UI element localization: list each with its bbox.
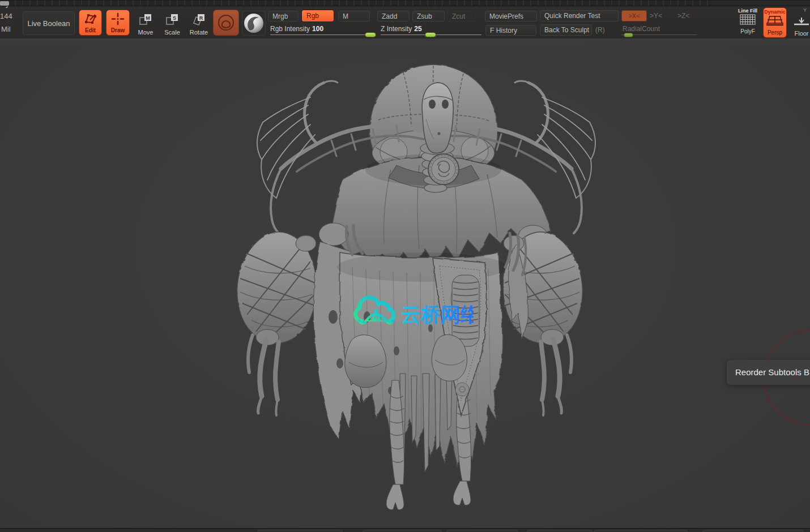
mrgb-button[interactable]: Mrgb — [268, 11, 299, 22]
edit-button[interactable]: Edit — [79, 10, 102, 36]
scale-icon: S — [165, 14, 179, 28]
move-label: Move — [138, 29, 154, 36]
zsub-button[interactable]: Zsub — [412, 11, 445, 22]
back-to-sculpt-button[interactable]: Back To Sculpt — [540, 24, 592, 36]
persp-label: Persp — [768, 29, 782, 36]
symmetry-y-button[interactable]: >Y< — [650, 12, 662, 20]
svg-text:M: M — [146, 15, 150, 21]
rgb-intensity-slider[interactable] — [270, 35, 374, 35]
rotate-button[interactable]: R Rotate — [186, 14, 212, 36]
brush-icon — [214, 10, 238, 35]
tray-divider-handle[interactable] — [0, 1, 9, 6]
radial-count-label: RadialCount — [623, 25, 660, 33]
bottom-shelf — [0, 528, 810, 532]
watermark: 云桥网络 — [349, 294, 474, 332]
shelf-button-partial[interactable] — [258, 530, 343, 532]
draw-crosshair-icon — [110, 12, 125, 27]
floor-icon — [793, 16, 810, 30]
poly-counter-unit: Mil — [1, 25, 11, 33]
poly-counter-value: 144 — [0, 12, 12, 20]
move-icon: M — [139, 14, 152, 28]
zcut-button[interactable]: Zcut — [447, 11, 476, 22]
rgb-intensity-handle[interactable] — [365, 32, 376, 37]
rgb-intensity-label: Rgb Intensity100 — [270, 25, 323, 33]
live-boolean-button[interactable]: Live Boolean — [23, 11, 75, 35]
move-button[interactable]: M Move — [133, 14, 159, 36]
radial-count-handle[interactable] — [624, 33, 633, 37]
floor-label: Floor — [794, 30, 808, 37]
quick-render-test-button[interactable]: Quick Render Test — [540, 10, 619, 22]
z-intensity-handle[interactable] — [425, 32, 436, 37]
zadd-button[interactable]: Zadd — [377, 11, 410, 22]
draw-label: Draw — [111, 27, 125, 33]
rotate-label: Rotate — [190, 29, 208, 36]
movieprefs-button[interactable]: MoviePrefs — [485, 11, 537, 22]
line-fill-label: Line Fill — [738, 8, 757, 14]
z-intensity-label: Z Intensity25 — [381, 25, 422, 33]
shelf-button-partial[interactable] — [363, 530, 442, 532]
current-material-thumbnail[interactable] — [242, 11, 266, 36]
floor-button[interactable]: Y Floor — [790, 7, 810, 38]
draw-button[interactable]: Draw — [106, 10, 130, 36]
sculpt-model[interactable] — [0, 0, 810, 532]
symmetry-z-button[interactable]: >Z< — [677, 12, 689, 20]
tray-divider — [0, 0, 810, 6]
rgb-intensity-value: 100 — [312, 25, 323, 33]
current-brush-thumbnail[interactable] — [213, 10, 239, 36]
tooltip-reorder-subtools: Reorder Subtools B — [727, 360, 810, 385]
svg-text:R: R — [199, 15, 203, 21]
dynamic-label: Dynamic — [764, 9, 786, 15]
zbrush-window: 云桥网络 Reorder Subtools B By Vertex count … — [0, 0, 810, 532]
z-intensity-value: 25 — [414, 25, 421, 33]
svg-text:S: S — [173, 15, 176, 21]
scale-button[interactable]: S Scale — [159, 14, 185, 36]
watermark-text: 云桥网络 — [401, 303, 474, 325]
symmetry-x-button[interactable]: >X< — [621, 10, 647, 22]
m-button[interactable]: M — [338, 11, 370, 22]
polyframe-button[interactable]: Line Fill PolyF — [734, 8, 761, 37]
cloud-bridge-logo — [356, 298, 394, 323]
edit-gizmo-icon — [83, 12, 98, 27]
edit-label: Edit — [85, 27, 96, 33]
matcap-sphere-icon — [242, 11, 265, 35]
viewport[interactable]: 云桥网络 Reorder Subtools B — [0, 45, 810, 528]
back-to-sculpt-hotkey: (R) — [595, 26, 605, 34]
f-history-button[interactable]: F History — [485, 25, 536, 36]
tray-divider-ribs — [0, 1, 710, 6]
polyframe-grid-icon — [739, 14, 756, 28]
scale-label: Scale — [164, 29, 180, 36]
shelf-button-partial[interactable] — [702, 530, 803, 532]
polyf-label: PolyF — [740, 28, 755, 35]
perspective-grid-icon — [766, 15, 784, 29]
rgb-button[interactable]: Rgb — [301, 10, 334, 22]
shelf-button-partial[interactable] — [446, 530, 518, 532]
shelf-button-partial[interactable] — [527, 530, 592, 532]
floor-axis-label: Y — [803, 7, 807, 13]
perspective-button[interactable]: Dynamic Persp — [763, 7, 787, 38]
shelf-button-partial[interactable] — [594, 530, 688, 532]
rotate-icon: R — [192, 14, 206, 28]
